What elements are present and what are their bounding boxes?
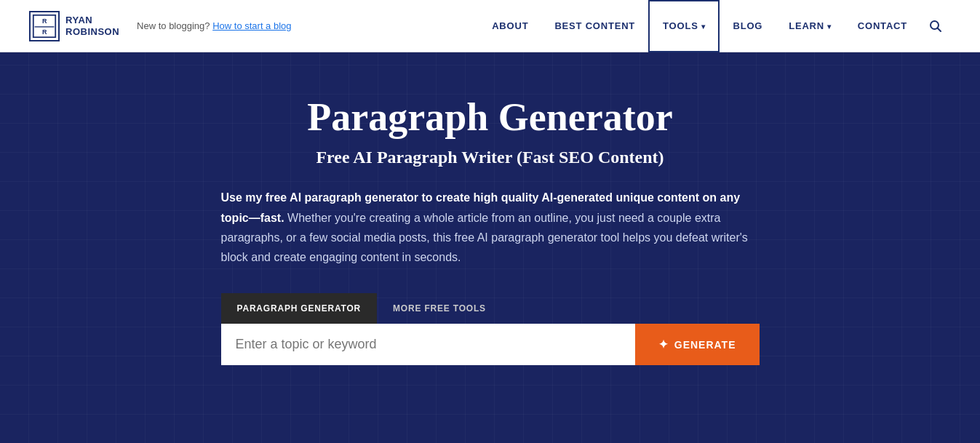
- logo-name: RYAN ROBINSON: [65, 15, 119, 37]
- logo-link[interactable]: R R RYAN ROBINSON: [29, 11, 119, 41]
- logo-icon: R R: [29, 11, 60, 41]
- svg-text:R: R: [42, 17, 47, 25]
- nav-tools-label: TOOLS: [663, 20, 698, 31]
- nav-tools[interactable]: TOOLS ▾: [648, 0, 720, 52]
- tagline-link[interactable]: How to start a blog: [212, 20, 291, 31]
- nav-blog[interactable]: BLOG: [720, 0, 776, 52]
- page-title: Paragraph Generator: [221, 96, 760, 139]
- sparkle-icon: ✦: [658, 338, 669, 351]
- nav-learn-label: LEARN: [789, 20, 824, 31]
- hero-section: Paragraph Generator Free AI Paragraph Wr…: [0, 52, 980, 443]
- header-left: R R RYAN ROBINSON New to blogging? How t…: [29, 11, 292, 41]
- chevron-down-icon: ▾: [701, 23, 706, 31]
- svg-text:R: R: [42, 28, 47, 35]
- hero-desc-rest: Whether you're creating a whole article …: [221, 212, 748, 263]
- nav-contact[interactable]: CONTACT: [845, 0, 920, 52]
- nav-best-content[interactable]: BEST CONTENT: [541, 0, 648, 52]
- hero-content: Paragraph Generator Free AI Paragraph Wr…: [221, 96, 760, 399]
- nav-about[interactable]: ABOUT: [479, 0, 541, 52]
- generate-button[interactable]: ✦ GENERATE: [635, 324, 760, 365]
- input-row: ✦ GENERATE: [221, 324, 760, 365]
- hero-description: Use my free AI paragraph generator to cr…: [221, 188, 760, 267]
- generate-label: GENERATE: [674, 339, 736, 351]
- site-header: R R RYAN ROBINSON New to blogging? How t…: [0, 0, 980, 52]
- hero-subtitle: Free AI Paragraph Writer (Fast SEO Conte…: [221, 148, 760, 167]
- main-nav: ABOUT BEST CONTENT TOOLS ▾ BLOG LEARN ▾ …: [479, 0, 951, 52]
- tab-more-free-tools[interactable]: MORE FREE TOOLS: [377, 293, 502, 324]
- search-icon[interactable]: [920, 0, 951, 52]
- topic-input[interactable]: [221, 324, 635, 365]
- tool-tabs: PARAGRAPH GENERATOR MORE FREE TOOLS: [221, 293, 760, 324]
- tab-paragraph-generator[interactable]: PARAGRAPH GENERATOR: [221, 293, 378, 324]
- svg-line-5: [938, 28, 941, 31]
- header-tagline: New to blogging? How to start a blog: [137, 20, 291, 31]
- nav-learn[interactable]: LEARN ▾: [776, 0, 845, 52]
- chevron-down-icon: ▾: [827, 23, 832, 31]
